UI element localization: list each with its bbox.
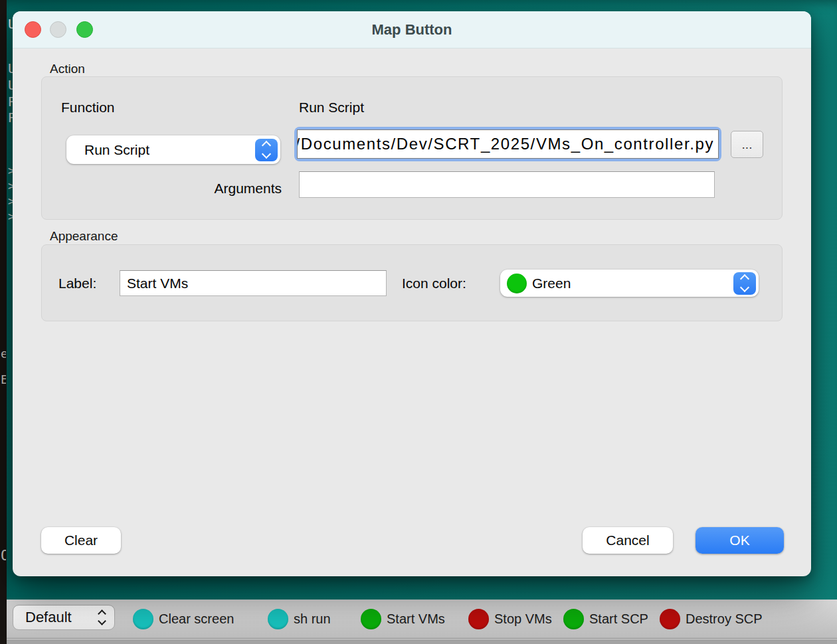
run-script-label: Run Script [299, 100, 364, 116]
script-path-value: /Documents/Dev/SCRT_2025/VMs_On_controll… [297, 135, 714, 153]
script-path-focus-ring: /Documents/Dev/SCRT_2025/VMs_On_controll… [294, 127, 721, 161]
script-path-input[interactable]: /Documents/Dev/SCRT_2025/VMs_On_controll… [297, 129, 719, 159]
terminal-fragments-black: eEO [0, 0, 6, 644]
terminal-text-fragment: O [1, 548, 6, 563]
toolbar-button-label: Start SCP [589, 611, 648, 627]
button-color-icon [563, 609, 584, 629]
green-circle-icon [507, 274, 527, 293]
minimize-button[interactable] [50, 21, 66, 38]
toolbar-button-start-scp[interactable]: Start SCP [563, 609, 648, 629]
arguments-label: Arguments [145, 181, 282, 197]
button-color-icon [468, 609, 489, 629]
toolbar-button-clear-screen[interactable]: Clear screen [133, 609, 234, 629]
terminal-text-fragment: e [1, 348, 6, 360]
function-dropdown[interactable]: Run Script [66, 135, 280, 164]
titlebar: Map Button [13, 11, 811, 48]
toolbar-button-label: Start VMs [387, 611, 445, 627]
label-input[interactable]: Start VMs [120, 270, 387, 296]
close-button[interactable] [25, 21, 41, 38]
toolbar-button-destroy-scp[interactable]: Destroy SCP [660, 609, 763, 629]
appearance-section-label: Appearance [50, 229, 118, 244]
action-section-label: Action [50, 62, 85, 76]
clear-button[interactable]: Clear [41, 527, 121, 554]
terminal-text-fragment: E [1, 374, 6, 386]
dropdown-stepper-icon [255, 139, 278, 161]
button-color-icon [361, 609, 381, 629]
toolbar-button-label: Clear screen [159, 611, 234, 627]
label-field-label: Label: [58, 276, 96, 291]
icon-color-label: Icon color: [402, 276, 466, 291]
toolbar-button-label: Destroy SCP [686, 611, 763, 627]
profile-selector-label: Default [25, 609, 72, 626]
toolbar-button-label: sh run [294, 611, 331, 627]
toolbar-button-label: Stop VMs [494, 611, 552, 627]
function-dropdown-value: Run Script [84, 142, 149, 158]
icon-color-value: Green [532, 276, 571, 291]
button-color-icon [660, 609, 680, 629]
button-color-icon [133, 609, 153, 629]
toolbar-button-stop-vms[interactable]: Stop VMs [468, 609, 552, 629]
map-button-dialog: Map Button Action Function Run Script Ru… [13, 11, 811, 576]
dialog-title: Map Button [13, 11, 811, 48]
function-label: Function [61, 100, 115, 116]
button-bar-edge [7, 638, 837, 644]
screen: UUUPP>>>> eEO Default Clear screensh run… [0, 0, 837, 644]
ok-button[interactable]: OK [696, 527, 784, 554]
chevron-updown-icon [99, 611, 105, 624]
cancel-button[interactable]: Cancel [583, 527, 673, 554]
profile-selector[interactable]: Default [13, 605, 115, 630]
icon-color-dropdown[interactable]: Green [500, 270, 759, 297]
browse-button[interactable]: ... [731, 131, 763, 158]
button-color-icon [268, 609, 288, 629]
toolbar-button-sh-run[interactable]: sh run [268, 609, 331, 629]
toolbar-button-start-vms[interactable]: Start VMs [361, 609, 445, 629]
zoom-button[interactable] [76, 21, 93, 38]
arguments-input[interactable] [299, 171, 715, 198]
dropdown-stepper-icon [733, 272, 756, 295]
